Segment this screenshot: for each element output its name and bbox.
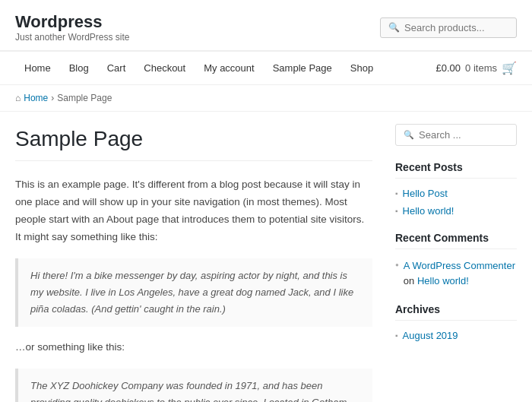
comment-on-text: on (404, 275, 417, 286)
site-tagline: Just another WordPress site (15, 32, 130, 43)
recent-posts-list: Hello Post Hello world! (395, 188, 517, 217)
quote-block-1: Hi there! I'm a bike messenger by day, a… (15, 258, 372, 327)
comment-item: A WordPress Commenter on Hello world! (395, 258, 517, 288)
cart-area: £0.00 0 items 🛒 (436, 61, 517, 75)
commenter-link[interactable]: A WordPress Commenter (404, 260, 515, 271)
content-area: Sample Page This is an example page. It'… (15, 112, 372, 402)
site-header: Wordpress Just another WordPress site 🔍 (0, 0, 532, 51)
comment-post-link[interactable]: Hello world! (417, 275, 469, 286)
page-title: Sample Page (15, 127, 372, 161)
main-layout: Sample Page This is an example page. It'… (0, 112, 532, 402)
nav-sample-page[interactable]: Sample Page (264, 52, 341, 84)
site-title: Wordpress (15, 12, 130, 32)
cart-price: £0.00 (436, 62, 461, 74)
recent-comments-section: Recent Comments A WordPress Commenter on… (395, 232, 517, 288)
nav-home[interactable]: Home (15, 52, 60, 84)
recent-comments-title: Recent Comments (395, 232, 517, 249)
list-item: Hello Post (395, 188, 517, 199)
site-branding: Wordpress Just another WordPress site (15, 12, 130, 43)
nav-shop[interactable]: Shop (341, 52, 382, 84)
nav-blog[interactable]: Blog (60, 52, 98, 84)
header-search-input[interactable] (404, 22, 508, 33)
home-icon: ⌂ (15, 93, 21, 103)
search-icon: 🔍 (388, 22, 400, 33)
recent-post-hello-world[interactable]: Hello world! (403, 205, 454, 217)
breadcrumb: ⌂ Home › Sample Page (0, 85, 532, 112)
recent-post-hello-post[interactable]: Hello Post (403, 188, 448, 199)
main-nav: Home Blog Cart Checkout My account Sampl… (0, 51, 532, 85)
sidebar-search-input[interactable] (419, 129, 508, 141)
or-text: …or something like this: (15, 339, 372, 356)
comment-text: A WordPress Commenter on Hello world! (404, 258, 517, 288)
nav-checkout[interactable]: Checkout (135, 52, 195, 84)
header-search-box[interactable]: 🔍 (380, 17, 517, 38)
cart-icon[interactable]: 🛒 (502, 61, 517, 75)
nav-myaccount[interactable]: My account (195, 52, 263, 84)
quote-block-2: The XYZ Doohickey Company was founded in… (15, 369, 372, 402)
nav-links: Home Blog Cart Checkout My account Sampl… (15, 52, 382, 84)
sidebar-search-icon: 🔍 (404, 130, 414, 140)
list-item: Hello world! (395, 205, 517, 217)
list-item: August 2019 (395, 330, 517, 341)
archives-title: Archives (395, 303, 517, 321)
breadcrumb-home-link[interactable]: Home (24, 93, 48, 103)
archives-list: August 2019 (395, 330, 517, 341)
recent-posts-section: Recent Posts Hello Post Hello world! (395, 161, 517, 217)
cart-items-count: 0 items (465, 62, 497, 74)
breadcrumb-current: Sample Page (57, 93, 112, 103)
archive-august-2019[interactable]: August 2019 (403, 330, 458, 341)
recent-posts-title: Recent Posts (395, 161, 517, 179)
archives-section: Archives August 2019 (395, 303, 517, 341)
intro-paragraph: This is an example page. It's different … (15, 176, 372, 246)
nav-cart[interactable]: Cart (98, 52, 135, 84)
sidebar-search-box[interactable]: 🔍 (395, 124, 517, 146)
breadcrumb-separator: › (51, 93, 54, 103)
sidebar: 🔍 Recent Posts Hello Post Hello world! R… (395, 112, 517, 402)
